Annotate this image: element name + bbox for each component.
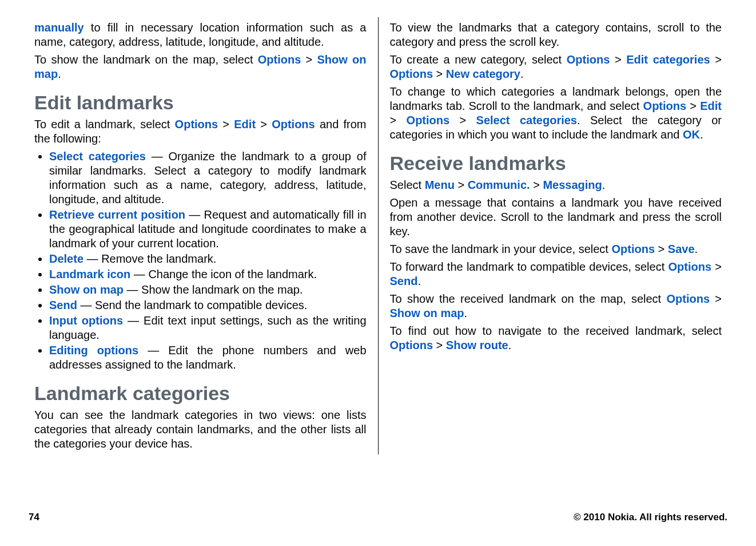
options-label: Options [611,243,655,255]
landmark-icon-label: Landmark icon [49,268,130,280]
options-label: Options [666,292,710,305]
list-item: Send — Send the landmark to compatible d… [49,298,367,312]
edit-options-list: Select categories — Organize the landmar… [34,149,367,372]
save-label: Save [668,243,695,255]
edit-categories-label: Edit categories [626,53,710,66]
page-content: manually to fill in necessary location i… [0,0,756,454]
send-label: Send [49,299,77,311]
show-route-label: Show route [446,339,508,351]
ok-label: OK [683,128,700,141]
list-item: Landmark icon — Change the icon of the l… [49,267,367,282]
show-received-para: To show the received landmark on the map… [390,292,722,321]
options-label: Options [272,118,315,130]
new-category-label: New category [446,68,520,80]
page-footer: 74 © 2010 Nokia. All rights reserved. [29,512,727,523]
edit-label: Edit [234,118,256,130]
menu-label: Menu [425,179,455,191]
send-label: Send [390,275,418,287]
list-item: Select categories — Organize the landmar… [49,149,367,207]
categories-para: You can see the landmark categories in t… [34,408,367,451]
communic-label: Communic. [468,179,530,191]
retrieve-position-label: Retrieve current position [49,208,185,221]
edit-label: Edit [700,100,722,112]
show-on-map-label: Show on map [390,307,464,319]
left-column: manually to fill in necessary location i… [29,17,379,454]
options-label: Options [258,53,301,66]
intro-para-1: manually to fill in necessary location i… [34,21,367,49]
options-label: Options [643,100,687,112]
view-landmarks-para: To view the landmarks that a category co… [390,21,722,49]
save-landmark-para: To save the landmark in your device, sel… [390,242,722,256]
right-column: To view the landmarks that a category co… [379,17,728,454]
editing-options-label: Editing options [49,344,138,357]
delete-label: Delete [49,252,83,265]
list-item: Editing options — Edit the phone numbers… [49,343,367,372]
select-categories-label: Select categories [49,150,146,163]
messaging-label: Messaging [543,179,602,191]
navigate-para: To find out how to navigate to the recei… [390,324,722,353]
options-label: Options [669,260,712,273]
forward-landmark-para: To forward the landmark to compatible de… [390,260,722,288]
list-item: Show on map — Show the landmark on the m… [49,283,367,297]
page-number: 74 [29,512,39,523]
select-categories-label: Select categories [476,114,577,126]
options-label: Options [175,118,218,130]
list-item: Input options — Edit text input settings… [49,314,367,342]
landmark-categories-heading: Landmark categories [34,382,367,405]
show-on-map-label: Show on map [49,283,124,296]
receive-nav-para: Select Menu > Communic. > Messaging. [390,178,722,192]
change-categories-para: To change to which categories a landmark… [390,85,722,142]
list-item: Delete — Remove the landmark. [49,252,367,266]
open-message-para: Open a message that contains a landmark … [390,196,722,239]
options-label: Options [567,53,610,66]
create-category-para: To create a new category, select Options… [390,53,722,81]
options-label: Options [390,68,433,80]
manually-label: manually [34,21,84,34]
receive-landmarks-heading: Receive landmarks [390,152,722,175]
intro-para-2: To show the landmark on the map, select … [34,53,367,81]
input-options-label: Input options [49,314,123,327]
options-label: Options [407,114,450,126]
list-item: Retrieve current position — Request and … [49,208,367,251]
options-label: Options [390,339,433,351]
edit-intro: To edit a landmark, select Options > Edi… [34,117,367,146]
edit-landmarks-heading: Edit landmarks [34,92,367,114]
copyright-text: © 2010 Nokia. All rights reserved. [574,512,727,523]
